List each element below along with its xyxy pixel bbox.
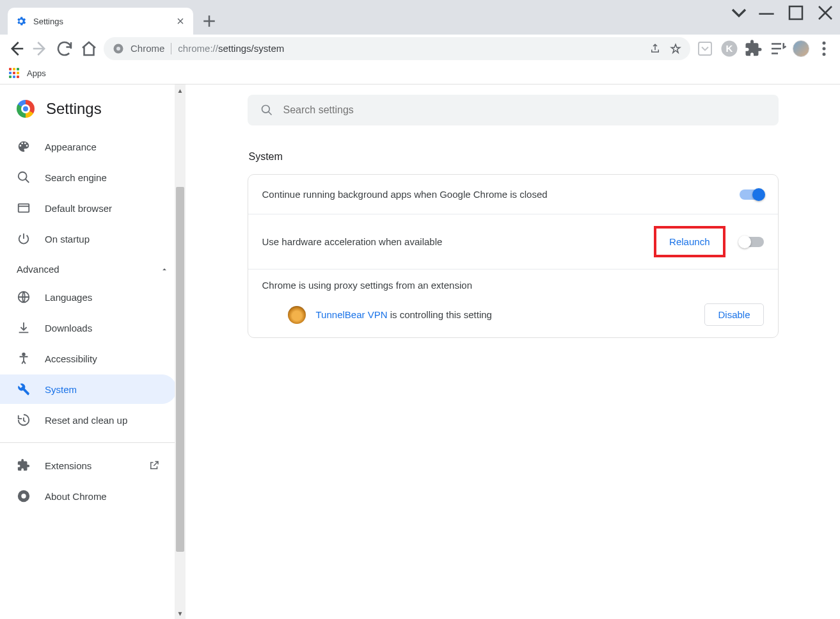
tunnelbear-extension-icon [288,306,306,324]
share-icon[interactable] [649,43,661,54]
relaunch-button[interactable]: Relaunch [662,232,717,251]
sidebar-item-languages[interactable]: Languages [0,282,177,312]
scroll-up-arrow-icon[interactable]: ▲ [175,84,186,96]
row-hardware-accel: Use hardware acceleration when available… [248,214,778,269]
row-background-apps: Continue running background apps when Go… [248,175,778,214]
search-icon [260,104,273,117]
sidebar-item-reset[interactable]: Reset and clean up [0,405,177,435]
wrench-icon [17,382,31,396]
window-controls [726,0,840,26]
sidebar-item-on-startup[interactable]: On startup [0,224,177,253]
disable-button[interactable]: Disable [704,303,763,326]
new-tab-button[interactable] [200,12,219,31]
sidebar-item-system[interactable]: System [0,374,177,404]
address-bar[interactable]: Chrome chrome://settings/system [104,37,690,60]
forward-button[interactable] [31,39,50,58]
window-maximize-button[interactable] [781,0,811,26]
chevron-up-icon [160,265,169,274]
window-minimize-button[interactable] [752,0,781,26]
sidebar-scrollbar[interactable]: ▲ ▼ [175,84,186,619]
proxy-title: Chrome is using proxy settings from an e… [262,280,764,291]
section-title: System [249,151,780,163]
svg-rect-0 [789,6,802,19]
sidebar-item-label: Default browser [45,203,112,214]
svg-point-7 [823,47,826,50]
sidebar-item-label: Appearance [45,141,97,152]
profile-avatar[interactable] [793,40,809,57]
sidebar-item-label: On startup [45,234,90,245]
site-info-icon[interactable] [113,43,124,54]
globe-icon [17,290,31,304]
apps-grid-icon [9,68,20,79]
apps-shortcut[interactable]: Apps [9,68,46,79]
search-settings-box[interactable] [248,95,779,125]
sidebar-item-about[interactable]: About Chrome [0,481,177,511]
proxy-extension-link[interactable]: TunnelBear VPN [316,309,388,320]
power-icon [17,232,31,246]
extensions-puzzle-icon[interactable] [744,39,763,58]
settings-header-title: Settings [46,100,102,118]
highlight-box: Relaunch [654,226,725,257]
download-icon [17,321,31,335]
scroll-down-arrow-icon[interactable]: ▼ [175,607,186,619]
extension-k-icon[interactable]: K [720,39,739,58]
row-proxy: Chrome is using proxy settings from an e… [248,269,778,337]
palette-icon [17,140,31,154]
settings-sidebar: Settings Appearance Search engine Defaul… [0,84,186,619]
bookmark-star-icon[interactable] [670,43,681,54]
sidebar-item-label: Search engine [45,172,107,183]
url-text: chrome://settings/system [178,43,284,54]
window-close-button[interactable] [811,0,840,26]
sidebar-item-search-engine[interactable]: Search engine [0,163,177,192]
settings-gear-icon [15,15,27,27]
open-in-new-icon [148,460,160,471]
reload-button[interactable] [55,39,74,58]
sidebar-item-label: Extensions [45,460,91,471]
sidebar-item-extensions[interactable]: Extensions [0,451,177,480]
toggle-background-apps[interactable] [740,189,764,200]
tab-title: Settings [33,17,175,26]
sidebar-item-accessibility[interactable]: Accessibility [0,344,177,373]
home-button[interactable] [79,39,99,58]
sidebar-advanced-toggle[interactable]: Advanced [0,255,186,281]
pocket-extension-icon[interactable] [695,39,715,58]
svg-point-12 [22,353,25,356]
svg-point-14 [21,494,26,498]
sidebar-item-appearance[interactable]: Appearance [0,132,177,161]
sidebar-item-downloads[interactable]: Downloads [0,313,177,342]
sidebar-item-label: System [45,384,77,395]
browser-toolbar: Chrome chrome://settings/system K [0,35,840,63]
chrome-logo-icon [17,100,35,118]
settings-main: System Continue running background apps … [186,84,840,619]
browser-tab[interactable]: Settings [8,8,193,35]
svg-point-2 [116,47,120,51]
row-label: Use hardware acceleration when available [262,236,654,247]
system-settings-card: Continue running background apps when Go… [248,174,779,338]
sidebar-item-label: Accessibility [45,353,97,364]
sidebar-item-label: About Chrome [45,491,107,502]
proxy-text: TunnelBear VPN is controlling this setti… [316,309,492,320]
reading-list-icon[interactable] [768,39,788,58]
accessibility-icon [17,351,31,366]
row-label: Continue running background apps when Go… [262,189,740,200]
scroll-thumb[interactable] [176,187,184,552]
back-button[interactable] [6,39,26,58]
svg-point-9 [19,172,27,181]
sidebar-item-default-browser[interactable]: Default browser [0,193,177,223]
search-settings-input[interactable] [283,104,766,116]
chrome-icon [17,489,31,503]
site-label: Chrome [131,43,164,54]
svg-rect-10 [19,204,29,213]
tab-search-caret-icon[interactable] [726,0,752,26]
toggle-hardware-accel[interactable] [740,237,764,247]
search-icon [17,170,31,184]
chrome-menu-button[interactable] [814,39,834,58]
svg-point-6 [823,41,826,44]
svg-point-8 [823,52,826,56]
tab-strip: Settings [0,0,840,35]
tab-close-icon[interactable] [175,16,186,26]
sidebar-item-label: Reset and clean up [45,415,127,426]
svg-point-15 [262,106,269,113]
sidebar-divider [0,442,186,443]
svg-text:K: K [726,43,733,54]
